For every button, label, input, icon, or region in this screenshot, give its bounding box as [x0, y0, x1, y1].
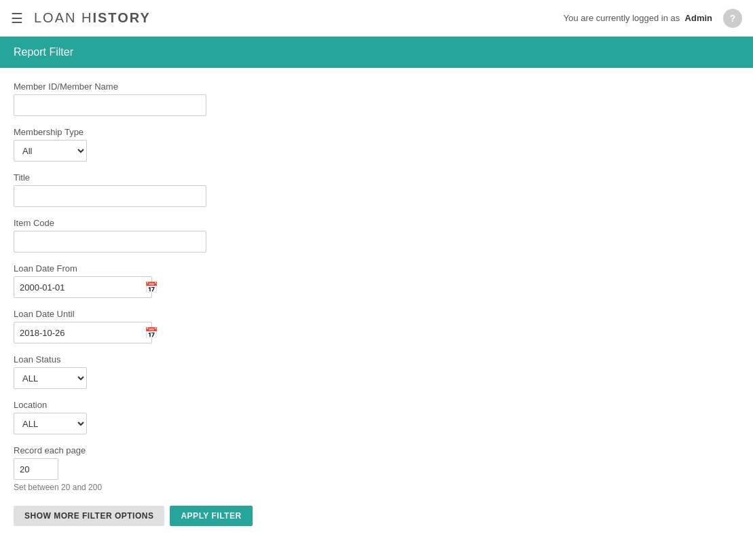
- main-content: Member ID/Member Name Membership Type Al…: [0, 68, 753, 540]
- loan-status-label: Loan Status: [14, 354, 739, 365]
- loan-status-select[interactable]: ALL Active Returned Overdue: [14, 367, 87, 389]
- member-id-label: Member ID/Member Name: [14, 81, 739, 92]
- item-code-group: Item Code: [14, 218, 739, 253]
- user-name: Admin: [685, 13, 712, 23]
- membership-type-group: Membership Type All Regular Associate: [14, 127, 739, 162]
- location-group: Location ALL: [14, 400, 739, 434]
- show-more-filter-button[interactable]: SHOW MORE FILTER OPTIONS: [14, 506, 164, 526]
- loan-date-from-group: Loan Date From 📅: [14, 263, 739, 298]
- loan-date-until-group: Loan Date Until 📅: [14, 309, 739, 343]
- location-label: Location: [14, 400, 739, 410]
- title-input[interactable]: [14, 185, 206, 207]
- item-code-label: Item Code: [14, 218, 739, 228]
- loan-date-until-wrapper: 📅: [14, 322, 152, 343]
- record-each-page-label: Record each page: [14, 445, 739, 455]
- record-each-page-input[interactable]: [14, 458, 58, 480]
- record-each-page-group: Record each page Set between 20 and 200: [14, 445, 739, 492]
- member-id-input[interactable]: [14, 94, 206, 116]
- apply-filter-button[interactable]: APPLY FILTER: [170, 506, 252, 526]
- location-select[interactable]: ALL: [14, 413, 87, 434]
- membership-type-select[interactable]: All Regular Associate: [14, 140, 87, 162]
- user-text: You are currently logged in as: [564, 13, 680, 23]
- help-button[interactable]: ?: [723, 9, 742, 28]
- membership-type-label: Membership Type: [14, 127, 739, 137]
- app-title: LOAN HISTORY: [34, 10, 564, 26]
- report-filter-banner: Report Filter: [0, 37, 753, 68]
- loan-date-until-input[interactable]: [14, 322, 139, 343]
- header: ☰ LOAN HISTORY You are currently logged …: [0, 0, 753, 37]
- loan-status-group: Loan Status ALL Active Returned Overdue: [14, 354, 739, 389]
- title-group: Title: [14, 172, 739, 207]
- loan-date-from-wrapper: 📅: [14, 276, 152, 298]
- loan-date-until-label: Loan Date Until: [14, 309, 739, 319]
- loan-date-from-label: Loan Date From: [14, 263, 739, 274]
- loan-date-from-calendar-icon[interactable]: 📅: [139, 278, 164, 297]
- title-label: Title: [14, 172, 739, 183]
- loan-date-until-calendar-icon[interactable]: 📅: [139, 324, 164, 342]
- user-info: You are currently logged in as Admin: [564, 13, 712, 23]
- item-code-input[interactable]: [14, 231, 206, 253]
- member-id-group: Member ID/Member Name: [14, 81, 739, 116]
- record-hint: Set between 20 and 200: [14, 483, 739, 492]
- banner-title: Report Filter: [14, 46, 73, 58]
- button-row: SHOW MORE FILTER OPTIONS APPLY FILTER: [14, 506, 739, 526]
- loan-date-from-input[interactable]: [14, 277, 139, 297]
- menu-icon[interactable]: ☰: [11, 10, 23, 26]
